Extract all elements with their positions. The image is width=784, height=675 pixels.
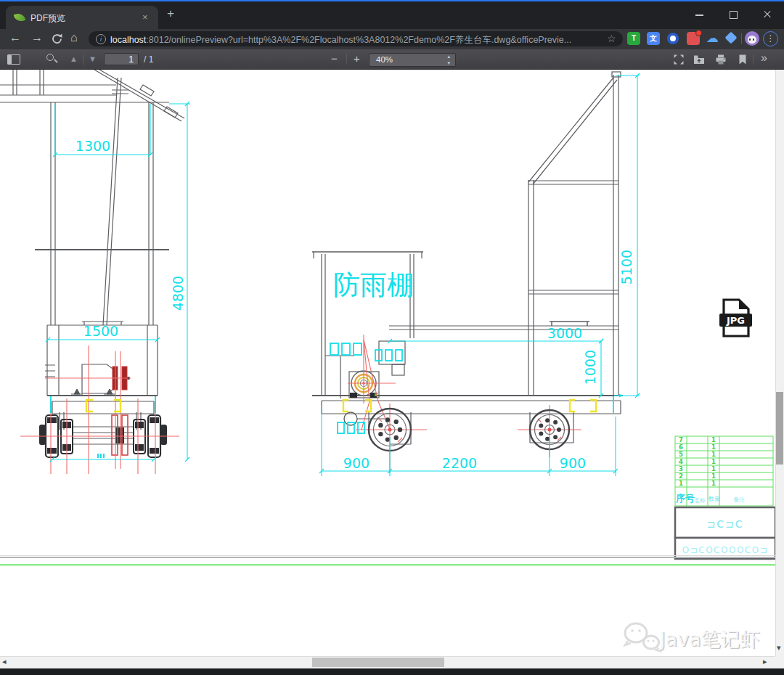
select-carets-icon: ▴▾ <box>447 53 450 66</box>
tools-separator <box>753 54 754 65</box>
bookmark-star-icon[interactable]: ☆ <box>607 33 616 44</box>
presentation-mode-icon[interactable] <box>673 54 685 65</box>
maximize-icon <box>730 11 738 19</box>
horizontal-scrollbar-thumb[interactable] <box>312 658 444 667</box>
sheet-edge-line2 <box>0 557 775 558</box>
vertical-scrollbar-thumb[interactable] <box>776 392 783 465</box>
minimize-button[interactable] <box>683 3 716 26</box>
scroll-right-icon[interactable]: ▸ <box>763 657 767 666</box>
browser-titlebar: PDF预览 × + <box>0 1 784 29</box>
reload-icon[interactable] <box>51 33 63 45</box>
title-block-header-no: 序号 <box>675 493 695 504</box>
sidebar-toggle-fill <box>8 55 12 64</box>
pdf-page: 1300 4800 1500 <box>0 70 775 656</box>
cad-drawing: 1300 4800 1500 <box>0 70 775 656</box>
row-qty: 1 <box>711 451 716 458</box>
new-tab-button[interactable]: + <box>167 7 174 21</box>
title-block-name-text: ⊐C⊐C <box>706 518 743 530</box>
search-icon[interactable] <box>46 54 54 61</box>
dim-1500: 1500 <box>83 323 118 339</box>
url-input[interactable]: localhost:8012/onlinePreview?url=http%3A… <box>110 34 604 46</box>
tab-close-icon[interactable]: × <box>142 12 148 22</box>
dim-900-rear: 900 <box>560 455 586 471</box>
dim-3000: 3000 <box>547 325 582 341</box>
url-host: localhost <box>110 35 146 45</box>
browser-toolbar: ← → ⌂ i localhost:8012/onlinePreview?url… <box>0 29 784 49</box>
sheet-border-green <box>0 564 775 566</box>
row-qty: 1 <box>711 480 716 487</box>
row-qty: 1 <box>711 443 716 451</box>
address-bar[interactable]: i localhost:8012/onlinePreview?url=http%… <box>89 31 623 46</box>
more-tools-icon[interactable]: » <box>761 52 767 65</box>
scroll-down-icon[interactable]: ▾ <box>777 643 781 652</box>
row-no: 5 <box>679 451 683 458</box>
row-no: 6 <box>679 443 683 451</box>
zoom-in-button[interactable]: + <box>354 52 360 65</box>
extension-cloud[interactable]: ☁ <box>706 30 719 46</box>
row-qty: 1 <box>711 465 716 472</box>
print-icon[interactable] <box>715 54 727 65</box>
row-qty: 1 <box>711 458 716 465</box>
window-bottom-edge <box>0 668 784 675</box>
tab-title: PDF预览 <box>30 12 65 25</box>
url-path: :8012/onlinePreview?url=http%3A%2F%2Floc… <box>146 35 571 45</box>
title-block-number-text: O⊐COCOOOCO⊐ <box>682 545 768 555</box>
row-no: 3 <box>679 465 683 472</box>
row-no: 4 <box>679 458 683 465</box>
jpg-file-icon: JPG <box>719 300 752 336</box>
zoom-level-select[interactable]: 40% ▴▾ <box>369 53 456 67</box>
zoom-separator <box>346 54 347 65</box>
vertical-scrollbar[interactable] <box>775 70 784 656</box>
site-info-icon[interactable]: i <box>96 34 106 44</box>
dim-5100: 5100 <box>618 250 634 285</box>
extension-translate[interactable]: 文 <box>647 32 660 45</box>
page-up-icon[interactable]: ▲ <box>70 54 78 63</box>
watermark: Java笔记虾 Java笔记虾 <box>625 623 761 651</box>
extension-red-badge[interactable] <box>687 32 700 45</box>
zoom-out-button[interactable]: − <box>331 52 338 65</box>
extension-ring[interactable] <box>667 33 679 44</box>
row-no: 1 <box>679 480 683 487</box>
dim-2200: 2200 <box>442 455 477 471</box>
page-nav-separator <box>83 54 83 65</box>
bookmark-icon[interactable] <box>737 54 748 65</box>
sheet-edge-line <box>0 555 775 556</box>
extension-kite[interactable] <box>725 32 738 44</box>
deck-arrow-icon <box>619 394 623 398</box>
dim-1300: 1300 <box>75 138 110 154</box>
page-number-input[interactable] <box>104 53 139 65</box>
page-down-icon[interactable]: ▼ <box>89 54 97 63</box>
maximize-button[interactable] <box>717 3 751 26</box>
row-no: 7 <box>679 436 683 443</box>
scrollbar-corner <box>775 656 784 668</box>
row-qty: 1 <box>711 436 716 443</box>
dim-4800: 4800 <box>170 276 186 311</box>
browser-menu-icon[interactable]: ⋮ <box>763 31 778 46</box>
forward-icon[interactable]: → <box>31 31 43 44</box>
avatar-eye <box>753 38 754 41</box>
profile-avatar[interactable] <box>745 31 759 46</box>
watermark-text: Java笔记虾 <box>658 628 760 650</box>
spring-leaf-favicon <box>13 12 25 23</box>
wechat-icon <box>625 623 660 651</box>
open-file-icon[interactable] <box>693 54 705 65</box>
title-block-header-name: 名称 <box>694 497 706 504</box>
back-icon[interactable]: ← <box>9 31 21 44</box>
pdf-toolbar: ▲ ▼ / 1 − + 40% ▴▾ » <box>0 49 784 70</box>
extension-badge-dot <box>695 30 702 36</box>
close-button[interactable] <box>751 3 784 26</box>
scroll-left-icon[interactable]: ◂ <box>2 657 7 666</box>
extensions-separator <box>741 33 742 44</box>
search-icon-handle <box>54 59 58 63</box>
extension-tampermonkey[interactable]: T <box>627 32 640 45</box>
home-icon[interactable]: ⌂ <box>70 31 78 44</box>
zoom-level-value: 40% <box>376 55 393 64</box>
row-no: 2 <box>679 472 683 480</box>
sidebar-toggle-icon[interactable] <box>7 54 20 65</box>
title-block-header-note: 备注 <box>733 496 745 503</box>
label-rain-shelter: 防雨棚 <box>333 269 414 300</box>
browser-tab[interactable]: PDF预览 × <box>6 6 158 29</box>
jpg-label: JPG <box>726 315 745 326</box>
dim-900-front: 900 <box>343 455 369 471</box>
front-view-structure <box>0 70 184 444</box>
